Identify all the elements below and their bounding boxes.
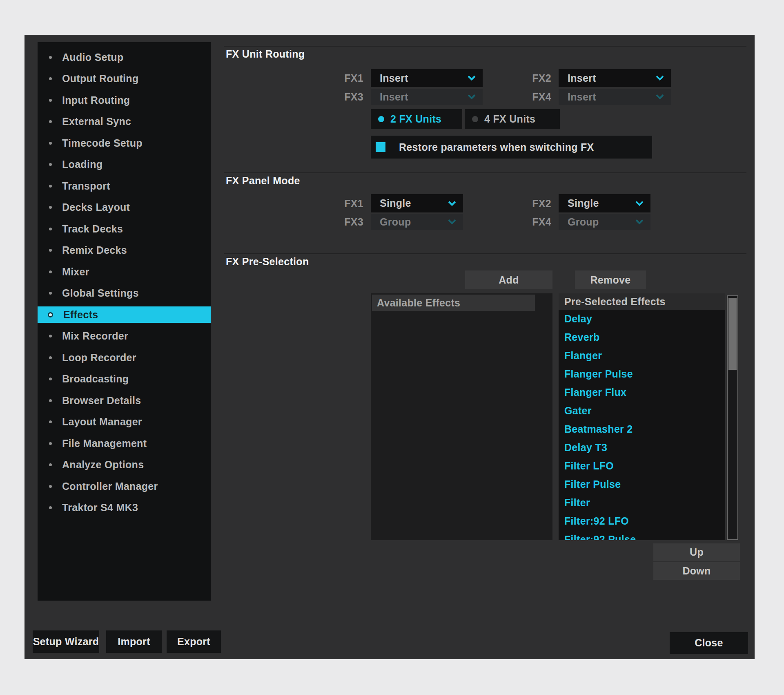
effect-item[interactable]: Delay [559,310,725,328]
sidebar-item-track-decks[interactable]: Track Decks [38,218,211,240]
fx4-panel-mode-value: Group [568,216,599,228]
sidebar-item-label: Layout Manager [62,416,142,428]
chevron-down-icon [655,75,664,81]
bullet-icon [49,463,52,466]
sidebar-item-timecode-setup[interactable]: Timecode Setup [38,132,211,154]
add-button[interactable]: Add [465,270,552,289]
fx2-label: FX2 [510,72,551,84]
sidebar-item-effects[interactable]: Effects [38,304,211,326]
bullet-icon [49,142,52,145]
bullet-icon [49,185,52,188]
fx2-label: FX2 [510,198,551,210]
effect-item[interactable]: Filter:92 Pulse [559,530,725,540]
radio-unselected-icon [472,116,478,122]
effect-item[interactable]: Filter [559,494,725,512]
sidebar-item-remix-decks[interactable]: Remix Decks [38,240,211,261]
fx2-panel-mode-value: Single [568,197,599,209]
fx-pre-selection-title: FX Pre-Selection [226,256,309,268]
preferences-dialog: Audio Setup Output Routing Input Routing… [24,35,755,659]
available-effects-header: Available Effects [372,295,535,311]
sidebar-item-loading[interactable]: Loading [38,154,211,176]
sidebar-item-decks-layout[interactable]: Decks Layout [38,197,211,219]
effect-item[interactable]: Filter LFO [559,457,725,475]
effect-item[interactable]: Reverb [559,328,725,346]
checkbox-checked-icon [376,142,385,152]
sidebar-item-label: Loading [62,159,102,170]
fx2-routing-value: Insert [568,72,596,84]
fx1-panel-mode-select[interactable]: Single [371,194,463,212]
sidebar-item-traktor-s4-mk3[interactable]: Traktor S4 MK3 [38,497,211,519]
chevron-down-icon [635,219,644,225]
bullet-icon [49,506,52,509]
sidebar-item-output-routing[interactable]: Output Routing [38,68,211,90]
sidebar-item-controller-manager[interactable]: Controller Manager [38,476,211,497]
fx2-routing-select[interactable]: Insert [559,69,671,87]
radio-4-fx-units[interactable]: 4 FX Units [465,109,560,129]
effect-item[interactable]: Flanger [559,346,725,365]
sidebar: Audio Setup Output Routing Input Routing… [38,42,211,601]
export-button[interactable]: Export [167,630,221,653]
sidebar-item-label: Broadcasting [62,373,129,385]
restore-parameters-checkbox[interactable]: Restore parameters when switching FX [371,136,652,159]
preselected-effects-list[interactable]: Pre-Selected Effects Delay Reverb Flange… [559,293,725,540]
fx1-routing-select[interactable]: Insert [371,69,483,87]
fx-unit-routing-title: FX Unit Routing [226,48,305,60]
sidebar-item-loop-recorder[interactable]: Loop Recorder [38,347,211,369]
close-button[interactable]: Close [670,632,748,654]
fx1-routing-value: Insert [380,72,408,84]
remove-button[interactable]: Remove [575,270,646,289]
fx4-routing-value: Insert [568,91,596,103]
scrollbar-thumb[interactable] [728,298,737,370]
bullet-icon [49,378,52,380]
radio-label: 4 FX Units [484,113,535,125]
down-button[interactable]: Down [653,562,740,580]
sidebar-item-audio-setup[interactable]: Audio Setup [38,47,211,68]
sidebar-item-transport[interactable]: Transport [38,175,211,197]
fx2-panel-mode-select[interactable]: Single [559,194,650,212]
import-button[interactable]: Import [106,630,162,653]
sidebar-item-layout-manager[interactable]: Layout Manager [38,411,211,433]
available-effects-list[interactable]: Available Effects [371,293,552,540]
preselected-effects-header: Pre-Selected Effects [559,293,725,310]
effect-item[interactable]: Beatmasher 2 [559,420,725,438]
bullet-icon [49,120,52,123]
sidebar-item-global-settings[interactable]: Global Settings [38,283,211,304]
chevron-down-icon [467,94,476,100]
bullet-icon [49,270,52,273]
sidebar-item-browser-details[interactable]: Browser Details [38,390,211,411]
sidebar-item-input-routing[interactable]: Input Routing [38,89,211,111]
effect-item[interactable]: Filter:92 LFO [559,512,725,530]
sidebar-item-label: Global Settings [62,287,139,299]
radio-2-fx-units[interactable]: 2 FX Units [371,109,462,129]
bullet-icon [49,399,52,402]
preferences-screen: Audio Setup Output Routing Input Routing… [0,0,784,695]
effect-item[interactable]: Gater [559,402,725,420]
fx3-routing-select: Insert [371,89,483,105]
bullet-icon [49,206,52,209]
effect-item[interactable]: Flanger Pulse [559,365,725,383]
sidebar-item-label: Output Routing [62,73,138,85]
sidebar-item-file-management[interactable]: File Management [38,433,211,454]
sidebar-item-label: Traktor S4 MK3 [62,502,138,514]
bullet-icon [49,77,52,80]
preselected-scrollbar[interactable] [727,295,738,540]
sidebar-item-analyze-options[interactable]: Analyze Options [38,454,211,476]
sidebar-item-broadcasting[interactable]: Broadcasting [38,369,211,390]
sidebar-item-label: Transport [62,180,110,192]
bullet-icon [49,442,52,445]
effect-item[interactable]: Filter Pulse [559,475,725,494]
sidebar-item-label: Track Decks [62,223,123,235]
bullet-icon [49,56,52,59]
sidebar-item-mix-recorder[interactable]: Mix Recorder [38,326,211,347]
sidebar-item-mixer[interactable]: Mixer [38,261,211,283]
sidebar-item-external-sync[interactable]: External Sync [38,111,211,133]
setup-wizard-button[interactable]: Setup Wizard [33,630,99,653]
sidebar-item-label: Effects [63,309,98,321]
up-button[interactable]: Up [653,543,740,561]
chevron-down-icon [655,94,664,100]
effect-item[interactable]: Delay T3 [559,438,725,457]
sidebar-item-label: Timecode Setup [62,137,143,149]
chevron-down-icon [448,219,457,225]
fx4-label: FX4 [510,216,551,228]
effect-item[interactable]: Flanger Flux [559,383,725,402]
